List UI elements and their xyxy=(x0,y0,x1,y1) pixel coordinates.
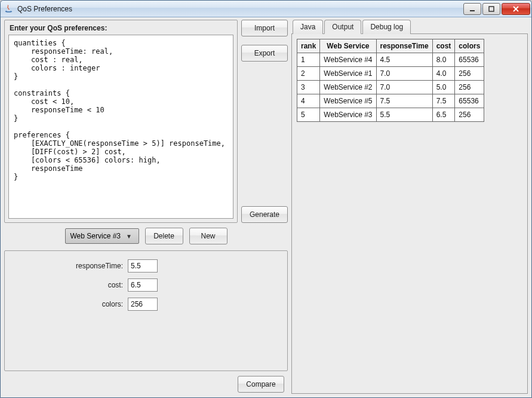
cell-rank: 5 xyxy=(297,108,320,122)
cell-cost: 6.5 xyxy=(432,108,455,122)
compare-row: Compare xyxy=(4,373,288,394)
tab-debug[interactable]: Debug log xyxy=(362,20,411,34)
preferences-label: Enter your QoS preferences: xyxy=(10,24,233,32)
side-button-column: Import Export Generate xyxy=(241,20,288,223)
table-row[interactable]: 4WebService #57.57.565536 xyxy=(297,94,484,108)
close-button[interactable] xyxy=(502,3,530,15)
preferences-row: Enter your QoS preferences: Import Expor… xyxy=(4,20,288,223)
window-body: Enter your QoS preferences: Import Expor… xyxy=(1,17,531,397)
cell-colors: 65536 xyxy=(455,53,484,67)
svg-rect-0 xyxy=(470,10,475,11)
left-column: Enter your QoS preferences: Import Expor… xyxy=(4,20,288,394)
cell-ws: WebService #3 xyxy=(320,108,376,122)
tab-content-output: rank Web Service responseTime cost color… xyxy=(291,33,528,394)
table-row[interactable]: 2WebService #17.04.0256 xyxy=(297,67,484,81)
cell-ws: WebService #4 xyxy=(320,53,376,67)
cell-rank: 3 xyxy=(297,81,320,94)
cell-rank: 1 xyxy=(297,53,320,67)
responseTime-label: responseTime: xyxy=(8,262,123,270)
cell-rt: 4.5 xyxy=(376,53,432,67)
cell-ws: WebService #5 xyxy=(320,94,376,108)
table-row[interactable]: 3WebService #27.05.0256 xyxy=(297,81,484,94)
service-combobox-value: Web Service #3 xyxy=(70,232,121,240)
table-header-row: rank Web Service responseTime cost color… xyxy=(297,39,484,53)
cell-colors: 256 xyxy=(455,67,484,81)
export-button[interactable]: Export xyxy=(241,45,288,62)
cell-cost: 8.0 xyxy=(432,53,455,67)
th-responseTime: responseTime xyxy=(376,39,432,53)
cell-ws: WebService #2 xyxy=(320,81,376,94)
service-form-panel: responseTime: cost: colors: xyxy=(4,250,288,371)
cost-label: cost: xyxy=(8,281,123,289)
preferences-panel: Enter your QoS preferences: xyxy=(4,20,238,223)
svg-rect-1 xyxy=(489,7,494,11)
new-button[interactable]: New xyxy=(189,228,227,244)
chevron-down-icon: ▼ xyxy=(124,233,134,240)
cell-rt: 5.5 xyxy=(376,108,432,122)
th-rank: rank xyxy=(297,39,320,53)
cell-rt: 7.0 xyxy=(376,67,432,81)
generate-button[interactable]: Generate xyxy=(241,206,288,223)
compare-button[interactable]: Compare xyxy=(238,376,284,393)
right-column: Java Output Debug log rank Web Service r… xyxy=(291,20,528,394)
colors-input[interactable] xyxy=(128,298,158,311)
maximize-button[interactable] xyxy=(482,3,500,15)
cost-input[interactable] xyxy=(128,278,158,292)
output-table: rank Web Service responseTime cost color… xyxy=(297,39,484,122)
cell-cost: 4.0 xyxy=(432,67,455,81)
responseTime-input[interactable] xyxy=(128,259,158,273)
cell-colors: 256 xyxy=(455,108,484,122)
delete-button[interactable]: Delete xyxy=(145,228,183,244)
cell-ws: WebService #1 xyxy=(320,67,376,81)
app-window: QoS Preferences Enter your QoS preferenc… xyxy=(0,0,532,398)
cell-rank: 2 xyxy=(297,67,320,81)
tab-bar: Java Output Debug log xyxy=(291,20,528,34)
cell-cost: 5.0 xyxy=(432,81,455,94)
cell-colors: 65536 xyxy=(455,94,484,108)
cell-cost: 7.5 xyxy=(432,94,455,108)
title-bar[interactable]: QoS Preferences xyxy=(1,1,531,17)
preferences-textarea[interactable] xyxy=(8,35,233,219)
table-row[interactable]: 5WebService #35.56.5256 xyxy=(297,108,484,122)
tab-output[interactable]: Output xyxy=(324,20,361,34)
service-form-grid: responseTime: cost: colors: xyxy=(8,259,164,311)
window-title: QoS Preferences xyxy=(17,5,462,13)
minimize-button[interactable] xyxy=(463,3,481,15)
import-button[interactable]: Import xyxy=(241,20,288,36)
cell-rt: 7.0 xyxy=(376,81,432,94)
colors-label: colors: xyxy=(8,300,123,308)
service-combobox[interactable]: Web Service #3 ▼ xyxy=(65,228,139,244)
window-controls xyxy=(462,3,530,15)
spacer xyxy=(241,70,288,198)
th-webservice: Web Service xyxy=(320,39,376,53)
cell-rank: 4 xyxy=(297,94,320,108)
th-cost: cost xyxy=(432,39,455,53)
java-icon xyxy=(4,4,14,14)
table-row[interactable]: 1WebService #44.58.065536 xyxy=(297,53,484,67)
cell-colors: 256 xyxy=(455,81,484,94)
tab-java[interactable]: Java xyxy=(293,20,323,34)
service-selector-row: Web Service #3 ▼ Delete New xyxy=(4,225,288,248)
cell-rt: 7.5 xyxy=(376,94,432,108)
th-colors: colors xyxy=(455,39,484,53)
